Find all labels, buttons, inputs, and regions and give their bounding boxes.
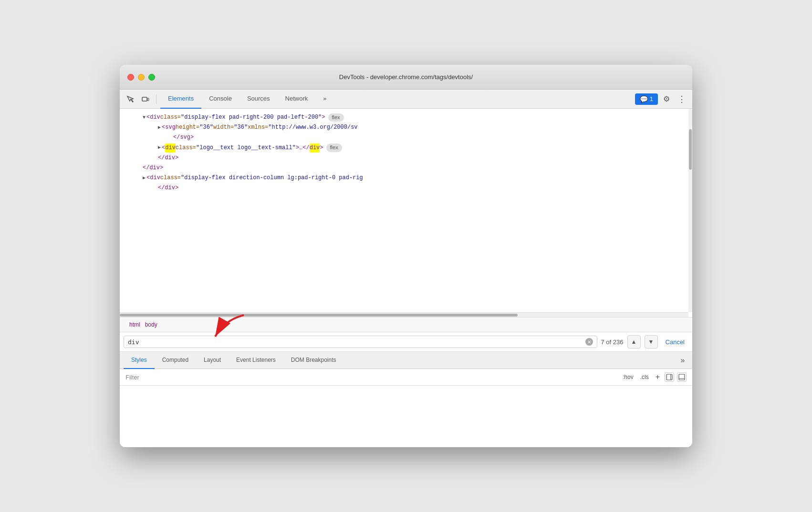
tab-event-listeners[interactable]: Event Listeners xyxy=(229,352,283,369)
expand-arrow: ▶ xyxy=(158,144,161,152)
toggle-sidebar-button[interactable] xyxy=(665,372,674,382)
filter-bar: Filter :hov .cls + xyxy=(120,369,692,386)
flex-badge: flex xyxy=(326,143,342,152)
panel-tabs: Styles Computed Layout Event Listeners D… xyxy=(120,352,692,369)
clear-search-button[interactable]: ✕ xyxy=(585,338,593,346)
html-line[interactable]: </div> xyxy=(120,163,692,173)
expand-arrow: ▼ xyxy=(143,114,146,122)
bottom-panel: Styles Computed Layout Event Listeners D… xyxy=(120,352,692,447)
devtools-panel: Elements Console Sources Network » 💬 xyxy=(120,90,692,447)
breadcrumb-bar: html body xyxy=(120,317,692,332)
tab-styles[interactable]: Styles xyxy=(124,352,155,369)
cancel-search-button[interactable]: Cancel xyxy=(662,337,688,348)
tab-more[interactable]: » xyxy=(315,90,334,109)
search-input[interactable] xyxy=(128,338,582,346)
vertical-scrollbar[interactable] xyxy=(688,109,692,312)
search-next-button[interactable]: ▼ xyxy=(645,335,658,348)
search-prev-button[interactable]: ▲ xyxy=(627,335,641,348)
tab-computed[interactable]: Computed xyxy=(155,352,196,369)
html-line[interactable]: </div> xyxy=(120,153,692,163)
svg-rect-3 xyxy=(666,374,672,380)
color-picker-button[interactable] xyxy=(677,372,687,382)
more-icon: ⋮ xyxy=(677,94,686,104)
search-input-wrapper: ✕ xyxy=(124,336,597,348)
expand-arrow: ▶ xyxy=(143,174,146,182)
add-style-button[interactable]: + xyxy=(654,372,662,382)
svg-rect-1 xyxy=(147,98,149,101)
titlebar: DevTools - developer.chrome.com/tags/dev… xyxy=(120,65,692,90)
settings-button[interactable]: ⚙ xyxy=(660,92,673,106)
html-line[interactable]: ▶ <div class="display-flex direction-col… xyxy=(120,173,692,183)
gear-icon: ⚙ xyxy=(663,94,670,103)
toolbar-right: 💬 1 ⚙ ⋮ xyxy=(635,92,688,106)
inspect-element-button[interactable] xyxy=(124,92,137,106)
more-options-button[interactable]: ⋮ xyxy=(675,92,688,106)
notifications-button[interactable]: 💬 1 xyxy=(635,93,658,105)
tab-dom-breakpoints[interactable]: DOM Breakpoints xyxy=(283,352,344,369)
tab-elements[interactable]: Elements xyxy=(160,90,201,109)
tab-sources[interactable]: Sources xyxy=(239,90,278,109)
highlighted-close-tag: div xyxy=(310,143,320,153)
devtools-window: DevTools - developer.chrome.com/tags/dev… xyxy=(120,65,692,447)
tab-layout[interactable]: Layout xyxy=(196,352,229,369)
scrollbar-h-thumb xyxy=(120,314,518,317)
svg-rect-5 xyxy=(679,374,685,380)
filter-label: Filter xyxy=(125,374,617,381)
svg-rect-0 xyxy=(142,97,147,101)
main-toolbar: Elements Console Sources Network » 💬 xyxy=(120,90,692,109)
html-line[interactable]: </div> xyxy=(120,183,692,193)
minimize-button[interactable] xyxy=(138,74,145,81)
html-line[interactable]: ▼ <div class="display-flex pad-right-200… xyxy=(120,113,692,123)
html-panel[interactable]: ▼ <div class="display-flex pad-right-200… xyxy=(120,109,692,317)
toolbar-divider-1 xyxy=(156,94,156,104)
maximize-button[interactable] xyxy=(148,74,155,81)
breadcrumb-html[interactable]: html xyxy=(127,320,142,329)
horizontal-scrollbar[interactable] xyxy=(120,312,688,317)
highlighted-tag: div xyxy=(165,143,176,153)
flex-badge: flex xyxy=(328,113,344,122)
device-toggle-button[interactable] xyxy=(139,92,152,106)
tab-network[interactable]: Network xyxy=(278,90,316,109)
cls-button[interactable]: .cls xyxy=(638,373,651,381)
html-line[interactable]: </svg> xyxy=(120,133,692,143)
expand-arrow: ▶ xyxy=(158,124,161,132)
breadcrumb-body[interactable]: body xyxy=(143,320,159,329)
hov-button[interactable]: :hov xyxy=(621,373,635,381)
html-line[interactable]: ▶ <svg height="36" width="36" xmlns="htt… xyxy=(120,123,692,133)
close-button[interactable] xyxy=(127,74,134,81)
window-title: DevTools - developer.chrome.com/tags/dev… xyxy=(339,73,473,81)
scrollbar-thumb xyxy=(689,129,692,170)
chat-icon: 💬 xyxy=(640,95,648,103)
panel-more-button[interactable]: » xyxy=(677,355,688,366)
main-tab-list: Elements Console Sources Network » xyxy=(160,90,633,109)
filter-actions: :hov .cls + xyxy=(621,372,687,382)
search-count: 7 of 236 xyxy=(601,338,624,346)
search-bar: ✕ 7 of 236 ▲ ▼ Cancel xyxy=(120,332,692,352)
traffic-lights xyxy=(127,74,155,81)
panel-more-icon: » xyxy=(681,356,685,365)
tab-console[interactable]: Console xyxy=(201,90,239,109)
html-line[interactable]: ▶ < div class="logo__text logo__text-sma… xyxy=(120,143,692,153)
